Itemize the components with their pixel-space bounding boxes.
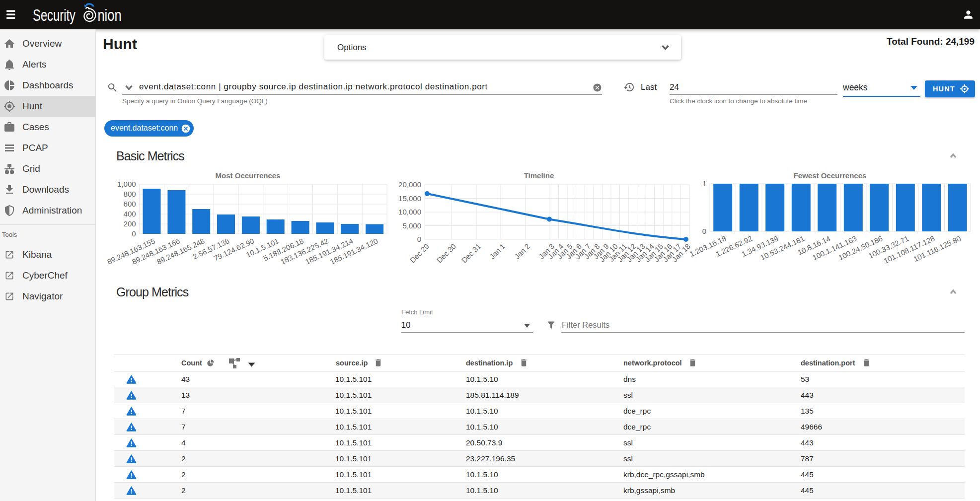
svg-text:10,000: 10,000 [398, 208, 421, 216]
svg-text:0: 0 [132, 229, 136, 238]
svg-text:Jan 1: Jan 1 [488, 242, 507, 261]
svg-text:600: 600 [124, 200, 136, 208]
svg-text:5,000: 5,000 [402, 221, 421, 230]
svg-text:Jan 2: Jan 2 [513, 242, 531, 261]
svg-text:Security: Security [33, 6, 75, 24]
svg-text:1,000: 1,000 [117, 180, 136, 188]
svg-text:0: 0 [417, 235, 421, 243]
svg-text:Fewest Occurrences: Fewest Occurrences [794, 171, 867, 180]
svg-text:Most Occurrences: Most Occurrences [216, 171, 281, 180]
svg-text:1: 1 [702, 179, 706, 188]
svg-text:nion: nion [98, 6, 122, 24]
svg-text:20,000: 20,000 [398, 180, 421, 189]
svg-text:0: 0 [702, 227, 706, 235]
svg-text:Dec 30: Dec 30 [435, 242, 457, 265]
svg-text:15,000: 15,000 [398, 194, 421, 203]
svg-text:400: 400 [124, 210, 136, 218]
svg-text:Dec 31: Dec 31 [459, 242, 482, 265]
svg-text:800: 800 [124, 190, 136, 198]
svg-text:Timeline: Timeline [524, 171, 554, 180]
svg-text:200: 200 [124, 219, 136, 228]
svg-text:Dec 29: Dec 29 [408, 242, 431, 265]
